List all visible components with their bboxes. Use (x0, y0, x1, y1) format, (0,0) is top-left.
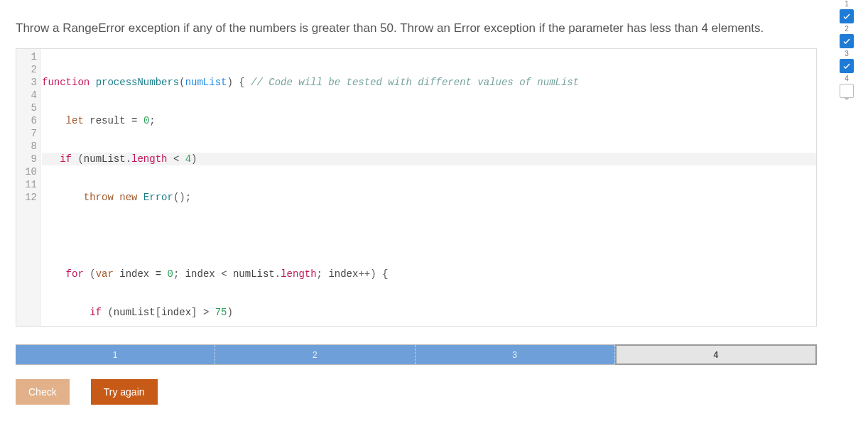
line-number: 11 (16, 178, 37, 191)
check-icon (842, 37, 851, 45)
step-number: 4 (845, 75, 849, 82)
line-number: 2 (16, 63, 37, 76)
line-number-gutter: 1 2 3 4 5 6 7 8 9 10 11 12 (16, 49, 40, 327)
code-line[interactable]: if (numList[index] > 75) (42, 306, 816, 319)
step-indicator-done[interactable] (840, 34, 854, 48)
line-number: 3 (16, 76, 37, 89)
code-editor[interactable]: 1 2 3 4 5 6 7 8 9 10 11 12 function proc… (16, 48, 817, 327)
step-number: 2 (845, 25, 849, 33)
line-number: 10 (16, 165, 37, 178)
check-button[interactable]: Check (16, 379, 70, 405)
code-line[interactable]: throw new Error(); (42, 191, 816, 204)
step-number: 1 (845, 0, 849, 8)
code-line[interactable]: let result = 0; (42, 114, 816, 127)
code-line[interactable]: if (numList.length < 4) (42, 153, 816, 165)
line-number: 12 (16, 191, 37, 204)
check-icon (842, 12, 851, 21)
try-again-button[interactable]: Try again (91, 379, 158, 405)
line-number: 1 (16, 50, 37, 63)
code-content[interactable]: function processNumbers(numList) { // Co… (40, 49, 816, 327)
line-number: 5 (16, 102, 37, 114)
step-indicator-current[interactable] (840, 84, 854, 98)
step-number: 3 (845, 50, 849, 58)
test-case-tab-1[interactable]: 1 (16, 345, 215, 364)
progress-sidebar: 1 2 3 4 (831, 0, 862, 448)
code-line[interactable] (42, 229, 816, 242)
line-number: 6 (16, 114, 37, 127)
line-number: 7 (16, 127, 37, 140)
instruction-text: Throw a RangeError exception if any of t… (16, 18, 817, 38)
code-line[interactable]: function processNumbers(numList) { // Co… (42, 76, 816, 89)
test-case-nav: 1 2 3 4 (16, 344, 817, 365)
test-case-tab-2[interactable]: 2 (215, 345, 415, 364)
line-number: 9 (16, 153, 37, 165)
step-indicator-done[interactable] (840, 59, 854, 73)
test-case-tab-4[interactable]: 4 (615, 344, 817, 365)
check-icon (842, 62, 851, 70)
line-number: 8 (16, 140, 37, 153)
test-case-tab-3[interactable]: 3 (416, 345, 615, 364)
code-line[interactable]: for (var index = 0; index < numList.leng… (42, 268, 816, 280)
line-number: 4 (16, 89, 37, 102)
step-indicator-done[interactable] (840, 9, 854, 23)
